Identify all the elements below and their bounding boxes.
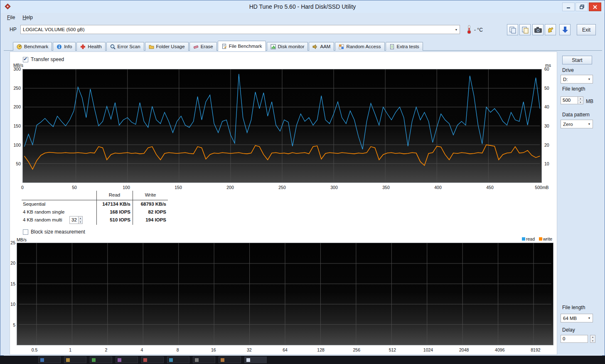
tab-erase[interactable]: Erase (189, 42, 217, 51)
spinner-down-icon[interactable]: ▼ (79, 220, 82, 224)
taskbar-item[interactable] (193, 357, 215, 363)
spinner-down-icon[interactable]: ▼ (590, 339, 595, 343)
copy-info-button[interactable] (507, 24, 518, 35)
taskbar (0, 356, 605, 364)
axis-tick-label: 25 (10, 240, 15, 245)
axis-tick-label: 150 (169, 185, 187, 190)
axis-tick-label: 64 (276, 347, 294, 352)
extra-tests-icon (389, 44, 395, 49)
results-col-write: Write (133, 192, 168, 197)
benchmark-icon (17, 44, 22, 49)
tab-disk-monitor[interactable]: Disk monitor (267, 42, 308, 51)
chevron-down-icon: ▼ (453, 28, 460, 31)
hand-icon-button[interactable] (545, 24, 556, 35)
taskbar-item[interactable] (90, 357, 112, 363)
tab-label: Extra tests (397, 44, 419, 49)
tab-strip: Benchmark Info Health Error Scan Folder … (13, 41, 424, 51)
table-divider (22, 200, 168, 200)
taskbar-item[interactable] (64, 357, 86, 363)
transfer-speed-checkbox[interactable]: Transfer speed (23, 57, 64, 62)
spinner-up-icon[interactable]: ▲ (79, 216, 82, 220)
queue-depth-spinner[interactable]: 32 ▲▼ (69, 216, 83, 224)
drive-label: Drive (562, 67, 574, 73)
spinner-up-icon[interactable]: ▲ (578, 97, 583, 101)
tab-benchmark[interactable]: Benchmark (13, 42, 52, 51)
drive-select[interactable]: D: ▼ (561, 75, 593, 84)
minimize-button[interactable] (562, 2, 575, 11)
download-arrow-button[interactable] (559, 24, 571, 35)
axis-tick-label: 200 (221, 185, 239, 190)
row-4kb-multi-write: 194 IOPS (134, 217, 166, 222)
close-button[interactable] (589, 2, 601, 11)
restore-button[interactable] (575, 2, 588, 11)
axis-tick-label: 250 (10, 86, 21, 91)
axis-tick-label: 300 (10, 66, 21, 71)
row-4kb-multi-read: 510 IOPS (97, 217, 130, 222)
row-4kb-multi-label: 4 KB random multi (23, 217, 62, 222)
thermometer-icon (466, 25, 472, 36)
transfer-speed-chart (22, 69, 542, 183)
row-4kb-single-read: 168 IOPS (97, 209, 130, 214)
taskbar-item[interactable] (116, 357, 138, 363)
axis-tick-label: 16 (204, 347, 223, 352)
menu-help[interactable]: Help (19, 14, 36, 21)
axis-tick-label: 30 (544, 123, 557, 128)
row-sequential-label: Sequential (23, 202, 45, 207)
queue-depth-value: 32 (70, 216, 78, 224)
block-size-checkbox[interactable]: Block size measurement (23, 229, 85, 235)
chevron-down-icon: ▼ (586, 317, 593, 320)
temperature-readout: - °C (474, 27, 483, 33)
file-length-spinner[interactable]: 500 ▲▼ (561, 96, 583, 104)
tab-label: Benchmark (24, 44, 48, 49)
delay-input[interactable]: 0 (561, 335, 588, 343)
tab-aam[interactable]: AAM (309, 42, 334, 51)
checkbox-unchecked-icon (23, 229, 28, 235)
tab-folder-usage[interactable]: Folder Usage (145, 42, 189, 51)
table-divider (133, 191, 133, 225)
volume-combobox-value: LOGICAL VOLUME (500 gB) (21, 27, 453, 32)
screenshot-camera-button[interactable] (532, 24, 544, 35)
volume-combobox[interactable]: LOGICAL VOLUME (500 gB) ▼ (20, 25, 460, 34)
tab-info[interactable]: Info (53, 42, 76, 51)
row-4kb-single-write: 82 IOPS (134, 209, 166, 214)
axis-tick-label: 200 (10, 104, 21, 109)
axis-tick-label: 500mB (533, 185, 551, 190)
file-length-value: 500 (561, 97, 578, 104)
axis-tick-label: 100 (117, 185, 135, 190)
tab-random-access[interactable]: Random Access (335, 42, 384, 51)
axis-tick-label: 4 (133, 347, 151, 352)
file-length-label: File length (562, 86, 585, 92)
file-benchmark-icon (221, 44, 227, 49)
tab-file-benchmark[interactable]: File Benchmark (218, 41, 266, 51)
tab-error-scan[interactable]: Error Scan (106, 42, 144, 51)
folder-icon (149, 44, 154, 49)
copy-clipboard-button[interactable] (519, 24, 531, 35)
block-file-length-select[interactable]: 64 MB ▼ (561, 314, 593, 322)
delay-spinner-buttons[interactable]: ▲▼ (590, 335, 595, 343)
taskbar-item[interactable] (219, 357, 241, 363)
chevron-down-icon: ▼ (586, 123, 593, 125)
taskbar-item-active[interactable] (244, 357, 267, 363)
file-length-unit: MB (586, 98, 593, 104)
axis-tick-label: 400 (429, 185, 447, 190)
spinner-up-icon[interactable]: ▲ (590, 335, 595, 339)
taskbar-item[interactable] (38, 357, 61, 363)
menu-bar: File Help (0, 13, 605, 22)
tab-label: Folder Usage (156, 44, 185, 49)
desktop: { "window": { "title": "HD Tune Pro 5.60… (0, 0, 605, 364)
taskbar-item[interactable] (141, 357, 164, 363)
tab-extra-tests[interactable]: Extra tests (386, 42, 423, 51)
random-access-icon (339, 44, 344, 49)
data-pattern-value: Zero (561, 122, 586, 127)
spinner-down-icon[interactable]: ▼ (578, 101, 583, 104)
taskbar-item[interactable] (167, 357, 189, 363)
tab-health[interactable]: Health (76, 42, 105, 51)
data-pattern-select[interactable]: Zero ▼ (561, 120, 593, 128)
tab-label: Erase (201, 44, 213, 49)
menu-file[interactable]: File (4, 14, 18, 21)
write-color-swatch (539, 237, 542, 241)
axis-tick-label: 256 (347, 347, 366, 352)
info-icon (57, 44, 62, 49)
exit-button[interactable]: Exit (577, 24, 596, 35)
start-button[interactable]: Start (562, 56, 592, 64)
